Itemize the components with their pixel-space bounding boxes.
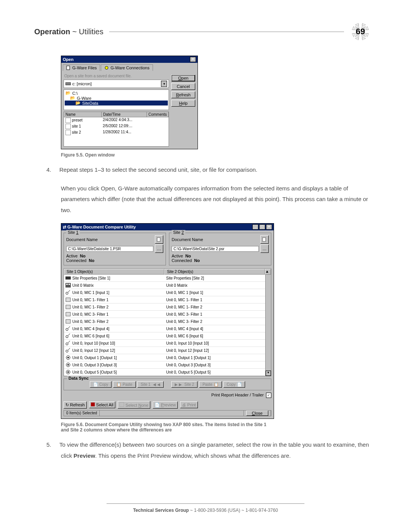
- ds-site2[interactable]: ▶ ▶ Site 2: [171, 381, 198, 388]
- tab-gware-connections[interactable]: G-Ware Connections: [101, 64, 153, 71]
- refresh-button[interactable]: Refresh: [171, 91, 195, 98]
- preview-button[interactable]: 📄 Preview: [153, 401, 178, 409]
- table-row[interactable]: Unit 0, MIC 3- Filter 2: [165, 318, 266, 325]
- close-icon[interactable]: ×: [190, 57, 196, 62]
- col-header-name[interactable]: Name: [64, 112, 102, 117]
- site2-doc-button[interactable]: [260, 235, 269, 244]
- selectall-button[interactable]: Select All: [89, 401, 115, 408]
- scroll-down-icon[interactable]: ▼: [266, 371, 271, 376]
- table-row[interactable]: Unit 0, Input 10 [Input 10]: [165, 340, 266, 347]
- close-icon[interactable]: ×: [266, 224, 272, 230]
- datasync-legend: Data Sync: [67, 376, 90, 380]
- table-row[interactable]: Unit 0, Input 12 [Input 12]: [165, 347, 266, 354]
- report-checkbox[interactable]: ✓: [266, 393, 271, 398]
- site1-path-field[interactable]: C:\G-Ware\SiteData\site 1.PSR: [66, 246, 153, 252]
- table-row[interactable]: Unit 0, MIC 4 [Input 4]: [165, 325, 266, 332]
- table-row[interactable]: Unit 0, MIC 3- Filter 1: [165, 311, 266, 318]
- refresh-button[interactable]: ↻ Refresh: [64, 401, 87, 409]
- row-icon: [65, 290, 71, 295]
- table-row[interactable]: Unit 0, Output 5 [Output 5]: [64, 369, 165, 376]
- close-button[interactable]: Close: [246, 411, 268, 416]
- col-header-comments[interactable]: Comments: [147, 112, 169, 117]
- col-header-datetime[interactable]: Date/Time: [102, 112, 147, 117]
- table-row[interactable]: Unit 0, MIC 6 [Input 6]: [64, 332, 165, 340]
- table-row[interactable]: Unit 0, MIC 1 [Input 1]: [165, 289, 266, 296]
- table-row[interactable]: Unit 0, MIC 6 [Input 6]: [165, 332, 266, 340]
- drive-value: c: [micron]: [72, 81, 159, 86]
- tree-item[interactable]: 📂G-Ware: [65, 96, 168, 101]
- table-row[interactable]: Unit 0 Matrix: [64, 282, 165, 289]
- file-row[interactable]: site 21/28/2002 11:4...: [64, 129, 169, 136]
- status-fill: [100, 411, 244, 416]
- drive-icon: [65, 81, 71, 86]
- tree-item[interactable]: 📂C:\: [65, 91, 168, 96]
- table-row[interactable]: Unit 0, Output 1 [Output 1]: [165, 354, 266, 361]
- table-row[interactable]: Unit 0, MIC 1- Filter 2: [165, 304, 266, 311]
- ds-site1[interactable]: Site 1 ◀ ◀: [137, 381, 164, 388]
- file-row[interactable]: preset2/4/2002 4:04:3...: [64, 117, 169, 123]
- table-row[interactable]: Unit 0, MIC 1 [Input 1]: [64, 289, 165, 296]
- col-header-site2[interactable]: Site 2 Object(s): [164, 269, 265, 275]
- site1-doc-button[interactable]: [155, 235, 163, 244]
- table-row[interactable]: Site Properties [Site 1]: [64, 275, 165, 282]
- file-icon: [66, 66, 71, 70]
- site1-browse-button[interactable]: …: [155, 244, 163, 253]
- ds-paste-right[interactable]: Paste📋: [199, 381, 222, 388]
- refresh-icon: ↻: [65, 403, 69, 407]
- minimize-icon[interactable]: _: [252, 224, 258, 230]
- folder-tree[interactable]: 📂C:\ 📂G-Ware 📂SiteData: [64, 89, 169, 110]
- svg-rect-12: [66, 305, 70, 309]
- compare-table[interactable]: Site 1 Object(s) Site 2 Object(s) ▲ Site…: [64, 268, 271, 376]
- ds-copy-left[interactable]: 📄Copy: [90, 381, 112, 388]
- chevron-down-icon[interactable]: ▼: [161, 81, 167, 87]
- tab-gware-files[interactable]: G-Ware Files: [63, 64, 100, 71]
- table-row[interactable]: Unit 0, MIC 4 [Input 4]: [64, 325, 165, 332]
- table-row[interactable]: Unit 0, MIC 3- Filter 1: [64, 311, 165, 318]
- maximize-icon[interactable]: □: [259, 224, 265, 230]
- site2-path-field[interactable]: C:\G-Ware\SiteData\Site 2.psr: [172, 246, 259, 252]
- selectnone-button[interactable]: Select None: [118, 401, 150, 409]
- ds-paste-left[interactable]: 📋Paste: [113, 381, 136, 388]
- site2-connected: Connected No: [172, 258, 269, 263]
- row-icon: [65, 319, 71, 324]
- tree-item-selected[interactable]: 📂SiteData: [65, 101, 168, 105]
- tab-label: G-Ware Files: [72, 66, 97, 70]
- help-button[interactable]: Help: [171, 100, 195, 107]
- print-button[interactable]: 🖨 Print: [180, 401, 198, 408]
- scrollbar[interactable]: ▼: [265, 275, 271, 376]
- svg-rect-6: [65, 283, 71, 288]
- header-sep: ~: [70, 27, 79, 36]
- compare-titlebar[interactable]: ⇄ G-Ware Document Compare Utility _ □ ×: [61, 224, 274, 230]
- ds-copy-right[interactable]: Copy📄: [223, 381, 245, 388]
- paste-icon: 📋: [116, 382, 121, 387]
- step-5: 5.To view the difference(s) between two …: [61, 439, 369, 461]
- site2-browse-button[interactable]: …: [260, 244, 269, 253]
- status-selected: 0 Item(s) Selected: [64, 411, 100, 416]
- col-header-site1[interactable]: Site 1 Object(s): [64, 269, 164, 275]
- table-row[interactable]: Unit 0, MIC 1- Filter 1: [64, 296, 165, 304]
- file-icon: [65, 124, 71, 129]
- table-row[interactable]: Unit 0 Matrix: [165, 282, 266, 289]
- open-dialog-titlebar[interactable]: Open ×: [61, 56, 198, 63]
- table-row[interactable]: Unit 0, Output 3 [Output 3]: [165, 361, 266, 369]
- table-row[interactable]: Site Properties [Site 2]: [165, 275, 266, 282]
- table-row[interactable]: Unit 0, Output 1 [Output 1]: [64, 354, 165, 361]
- table-row[interactable]: Unit 0, MIC 1- Filter 2: [64, 304, 165, 311]
- row-icon: [65, 334, 71, 338]
- svg-point-28: [67, 371, 69, 373]
- print-icon: 🖨: [182, 403, 186, 407]
- table-row[interactable]: Unit 0, Output 5 [Output 5]: [165, 369, 266, 376]
- scroll-up-icon[interactable]: ▲: [265, 269, 271, 275]
- selectnone-icon: [119, 402, 124, 407]
- table-row[interactable]: Unit 0, Input 10 [Input 10]: [64, 340, 165, 347]
- table-row[interactable]: Unit 0, Input 12 [Input 12]: [64, 347, 165, 354]
- open-button[interactable]: Open: [171, 75, 195, 81]
- table-row[interactable]: Unit 0, Output 3 [Output 3]: [64, 361, 165, 369]
- svg-line-22: [68, 348, 70, 350]
- file-list[interactable]: Name Date/Time Comments preset2/4/2002 4…: [64, 112, 169, 147]
- file-row[interactable]: site 12/5/2002 12:09:...: [64, 123, 169, 129]
- table-row[interactable]: Unit 0, MIC 1- Filter 1: [165, 296, 266, 304]
- table-row[interactable]: Unit 0, MIC 3- Filter 2: [64, 318, 165, 325]
- cancel-button[interactable]: Cancel: [171, 83, 195, 90]
- drive-combo[interactable]: c: [micron] ▼: [64, 80, 169, 88]
